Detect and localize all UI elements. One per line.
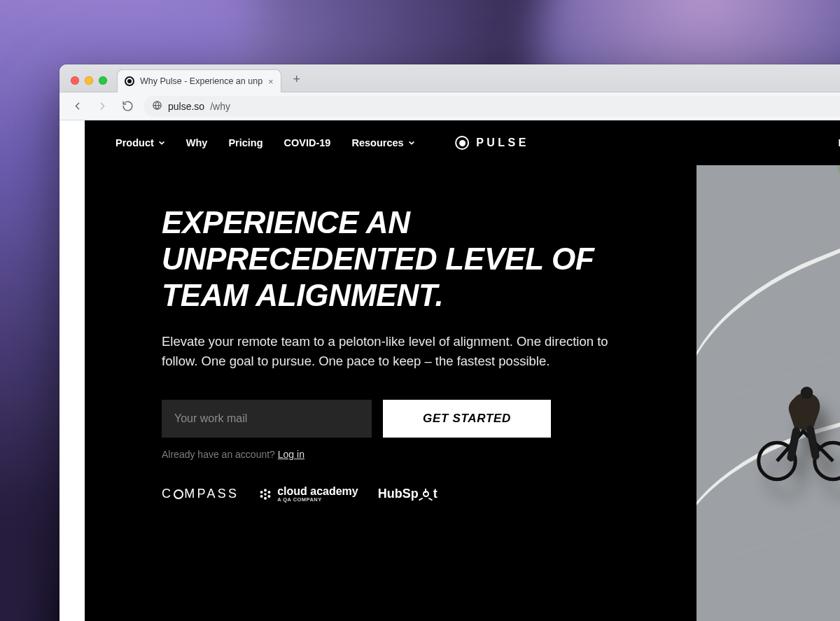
svg-point-2 bbox=[264, 489, 267, 491]
flower-icon bbox=[258, 487, 272, 501]
nav-item-covid19[interactable]: COVID-19 bbox=[284, 137, 331, 148]
compass-o-icon bbox=[174, 489, 183, 499]
svg-point-4 bbox=[260, 491, 263, 494]
svg-point-7 bbox=[268, 494, 271, 497]
back-button[interactable] bbox=[68, 97, 86, 116]
brand-logo[interactable]: PULSE bbox=[455, 136, 529, 150]
hero-headline: EXPERIENCE AN UNPRECEDENTED LEVEL OF TEA… bbox=[162, 204, 631, 314]
address-bar[interactable]: pulse.so/why bbox=[144, 96, 840, 117]
page-body: Product Why Pricing COVID-19 Resources bbox=[85, 120, 840, 621]
site-nav: Product Why Pricing COVID-19 Resources bbox=[85, 120, 840, 165]
browser-window: Why Pulse - Experience an unp × + pulse.… bbox=[59, 64, 840, 621]
hubspot-sprocket-icon bbox=[421, 489, 431, 499]
svg-point-3 bbox=[264, 496, 267, 499]
tab-close-icon[interactable]: × bbox=[268, 77, 274, 86]
brand-name: PULSE bbox=[476, 137, 529, 149]
nav-item-product[interactable]: Product bbox=[115, 137, 165, 148]
svg-point-5 bbox=[268, 491, 271, 494]
email-input[interactable] bbox=[162, 400, 372, 438]
browser-tab-active[interactable]: Why Pulse - Experience an unp × bbox=[117, 69, 281, 92]
nav-label: Pricing bbox=[228, 137, 262, 148]
nav-item-pricing[interactable]: Pricing bbox=[228, 137, 262, 148]
logo-hs-left: HubSp bbox=[378, 487, 419, 501]
nav-label: Product bbox=[115, 137, 154, 148]
close-window-button[interactable] bbox=[71, 76, 79, 85]
nav-item-resources[interactable]: Resources bbox=[351, 137, 414, 148]
tab-title: Why Pulse - Experience an unp bbox=[140, 76, 262, 86]
signup-row: GET STARTED bbox=[162, 400, 631, 438]
nav-left: Product Why Pricing COVID-19 Resources bbox=[115, 137, 415, 148]
hero-section: EXPERIENCE AN UNPRECEDENTED LEVEL OF TEA… bbox=[85, 120, 631, 621]
cyclist-silhouette bbox=[752, 386, 840, 482]
hero-image bbox=[696, 165, 840, 621]
logo-hs-right: t bbox=[433, 487, 438, 501]
logo-hubspot: HubSp t bbox=[378, 487, 438, 501]
page-left-gutter bbox=[59, 120, 85, 621]
get-started-button[interactable]: GET STARTED bbox=[383, 400, 551, 438]
logo-ca-subtext: A QA COMPANY bbox=[277, 496, 358, 503]
chevron-down-icon bbox=[408, 137, 415, 148]
minimize-window-button[interactable] bbox=[85, 76, 93, 85]
url-domain: pulse.so bbox=[168, 101, 204, 112]
svg-point-1 bbox=[264, 493, 267, 496]
logo-compass: CMPASS bbox=[162, 487, 239, 501]
chevron-down-icon bbox=[158, 137, 165, 148]
hero-subhead: Elevate your remote team to a peloton-li… bbox=[162, 332, 610, 372]
already-prompt: Already have an account? bbox=[162, 449, 278, 460]
tab-favicon bbox=[125, 76, 134, 86]
brand-mark-icon bbox=[455, 136, 469, 150]
customer-logos: CMPASS cloud academy A QA COMPANY bbox=[162, 485, 631, 503]
globe-icon bbox=[152, 100, 162, 111]
page-viewport: Product Why Pricing COVID-19 Resources bbox=[59, 120, 840, 621]
new-tab-button[interactable]: + bbox=[287, 69, 307, 89]
logo-ca-text: cloud academy bbox=[277, 485, 358, 497]
svg-point-6 bbox=[260, 494, 263, 497]
nav-label: Resources bbox=[351, 137, 403, 148]
nav-label: COVID-19 bbox=[284, 137, 331, 148]
forward-button[interactable] bbox=[93, 97, 111, 116]
logo-cloud-academy: cloud academy A QA COMPANY bbox=[258, 485, 358, 503]
nav-label: Why bbox=[186, 137, 208, 148]
reload-button[interactable] bbox=[118, 97, 136, 116]
window-controls bbox=[66, 76, 111, 92]
already-have-account: Already have an account? Log in bbox=[162, 449, 631, 460]
url-path: /why bbox=[210, 101, 230, 112]
site-info-icon[interactable] bbox=[152, 100, 162, 113]
login-link[interactable]: Log in bbox=[278, 449, 304, 460]
browser-toolbar: pulse.so/why bbox=[59, 92, 840, 120]
svg-point-10 bbox=[801, 386, 813, 399]
maximize-window-button[interactable] bbox=[99, 76, 107, 85]
browser-tabstrip: Why Pulse - Experience an unp × + bbox=[59, 64, 840, 92]
nav-item-why[interactable]: Why bbox=[186, 137, 208, 148]
